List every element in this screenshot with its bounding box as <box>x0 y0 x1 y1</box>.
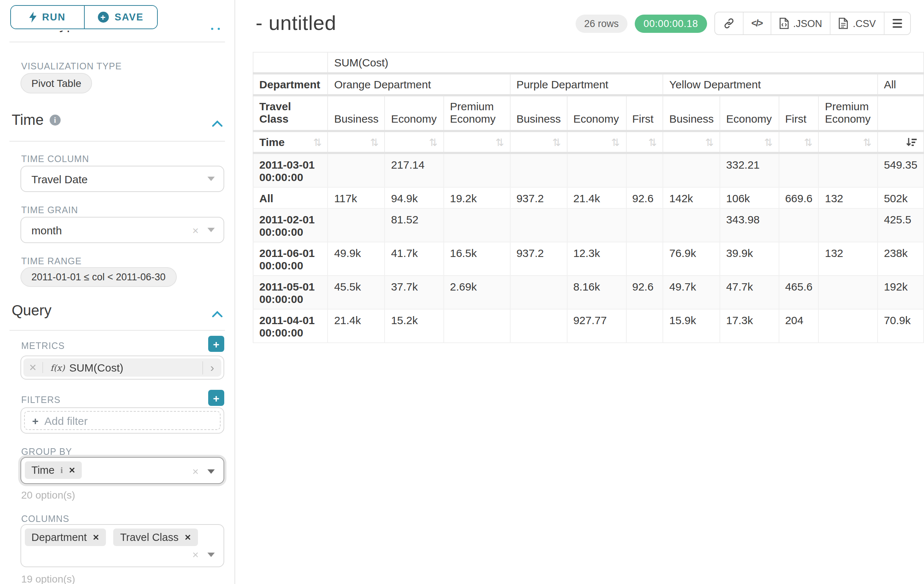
sort-icon: ⇅ <box>516 136 561 148</box>
row-label: 2011-06-01 00:00:00 <box>253 242 328 276</box>
sortable-column-header[interactable]: ⇅ <box>567 131 626 153</box>
columns-tag-travel-class[interactable]: Travel Class ✕ <box>114 528 198 546</box>
collapse-query-section-icon[interactable] <box>212 307 223 321</box>
chevron-down-icon[interactable] <box>208 228 215 232</box>
columns-select[interactable]: Department ✕ Travel Class ✕ × <box>20 524 224 567</box>
department-dimension-header: Department <box>253 73 328 95</box>
group-by-select[interactable]: Time i ✕ × <box>20 457 224 484</box>
add-filter-plus-button[interactable]: + <box>208 390 224 406</box>
value-cell: 45.5k <box>328 276 385 309</box>
chart-title[interactable]: - untitled <box>256 12 337 35</box>
export-csv-button[interactable]: .CSV <box>830 12 884 34</box>
info-icon: i <box>60 465 63 475</box>
collapse-time-section-icon[interactable] <box>212 117 223 130</box>
sortable-column-header[interactable]: ⇅ <box>626 131 663 153</box>
value-cell: 8.16k <box>567 276 626 309</box>
visualization-type-pill[interactable]: Pivot Table <box>20 73 92 94</box>
value-cell: 94.9k <box>385 187 444 209</box>
sort-icon: ⇅ <box>670 136 714 148</box>
travel-class-header: Economy <box>385 95 444 131</box>
add-metric-button[interactable]: + <box>208 336 224 352</box>
chevron-down-icon[interactable] <box>208 469 215 474</box>
value-cell: 927.77 <box>567 309 626 343</box>
save-button[interactable]: + SAVE <box>84 6 157 28</box>
pivot-table-container: SUM(Cost)DepartmentOrange DepartmentPurp… <box>253 52 924 343</box>
value-cell <box>567 209 626 242</box>
remove-tag-icon[interactable]: ✕ <box>93 533 99 542</box>
value-cell <box>819 309 878 343</box>
value-cell: 238k <box>878 242 924 276</box>
chevron-right-icon[interactable]: › <box>202 361 221 374</box>
value-cell <box>626 209 663 242</box>
run-button[interactable]: RUN <box>11 6 84 28</box>
sortable-column-header[interactable] <box>878 131 924 153</box>
export-json-button[interactable]: .JSON <box>770 12 830 34</box>
value-cell: 47.7k <box>720 276 779 309</box>
sortable-column-header[interactable]: ⇅ <box>720 131 779 153</box>
value-cell: 70.9k <box>878 309 924 343</box>
sortable-column-header[interactable]: ⇅ <box>663 131 720 153</box>
value-cell <box>663 153 720 187</box>
value-cell: 117k <box>328 187 385 209</box>
remove-metric-icon[interactable]: ✕ <box>23 362 43 373</box>
sort-icon: ⇅ <box>334 136 379 148</box>
value-cell: 549.35 <box>878 153 924 187</box>
metrics-control: ✕ f(x) SUM(Cost) › <box>20 355 224 380</box>
value-cell <box>663 209 720 242</box>
remove-tag-icon[interactable]: ✕ <box>185 533 191 542</box>
sort-desc-icon <box>906 137 917 147</box>
time-range-pill[interactable]: 2011-01-01 ≤ col < 2011-06-30 <box>20 267 177 287</box>
control-panel-sidebar: Chart Type RUN + SAVE VISUALIZATION TYPE… <box>0 0 235 584</box>
bolt-icon <box>29 12 36 23</box>
sortable-column-header[interactable]: ⇅ <box>444 131 510 153</box>
sortable-column-header[interactable]: ⇅ <box>385 131 444 153</box>
value-cell: 332.21 <box>720 153 779 187</box>
metric-pill[interactable]: ✕ f(x) SUM(Cost) › <box>23 359 221 377</box>
copy-link-button[interactable] <box>715 12 742 34</box>
sortable-column-header[interactable]: ⇅ <box>819 131 878 153</box>
column-group-header: Yellow Department <box>663 73 878 95</box>
value-cell: 49.9k <box>328 242 385 276</box>
chart-header-actions: 26 rows 00:00:00.18 </> .JSON <box>575 12 911 35</box>
time-section-heading: Time i <box>12 112 60 128</box>
value-cell <box>567 153 626 187</box>
value-cell: 16.5k <box>444 242 510 276</box>
group-by-tag-time[interactable]: Time i ✕ <box>25 461 82 479</box>
value-cell: 192k <box>878 276 924 309</box>
value-cell: 2.69k <box>444 276 510 309</box>
chevron-down-icon[interactable] <box>208 177 215 181</box>
value-cell: 204 <box>779 309 819 343</box>
value-cell <box>819 276 878 309</box>
value-cell: 106k <box>720 187 779 209</box>
time-grain-select[interactable]: month × <box>20 217 224 243</box>
row-label: All <box>253 187 328 209</box>
travel-class-header: Business <box>663 95 720 131</box>
row-label: 2011-05-01 00:00:00 <box>253 276 328 309</box>
remove-tag-icon[interactable]: ✕ <box>69 466 75 475</box>
travel-class-header: Economy <box>567 95 626 131</box>
time-row-header: Time <box>259 136 285 148</box>
time-sortable-header[interactable]: Time⇅ <box>253 131 328 153</box>
chevron-up-icon <box>211 28 213 30</box>
time-column-select[interactable]: Travel Date <box>20 166 224 192</box>
value-cell <box>819 153 878 187</box>
value-cell <box>444 153 510 187</box>
view-query-button[interactable]: </> <box>742 12 770 34</box>
value-cell: 41.7k <box>385 242 444 276</box>
row-label: 2011-02-01 00:00:00 <box>253 209 328 242</box>
column-group-header: Purple Department <box>510 73 663 95</box>
add-filter-button[interactable]: + Add filter <box>24 411 221 430</box>
value-cell: 142k <box>663 187 720 209</box>
sortable-column-header[interactable]: ⇅ <box>510 131 567 153</box>
columns-tag-department[interactable]: Department ✕ <box>25 528 106 546</box>
sortable-column-header[interactable]: ⇅ <box>779 131 819 153</box>
chevron-down-icon[interactable] <box>208 552 215 557</box>
clear-icon[interactable]: × <box>192 466 199 477</box>
clear-icon[interactable]: × <box>192 224 199 235</box>
value-cell: 465.6 <box>779 276 819 309</box>
value-cell <box>510 276 567 309</box>
clear-icon[interactable]: × <box>192 549 199 560</box>
menu-button[interactable] <box>884 12 910 34</box>
chevron-up-icon <box>218 28 220 30</box>
sortable-column-header[interactable]: ⇅ <box>328 131 385 153</box>
